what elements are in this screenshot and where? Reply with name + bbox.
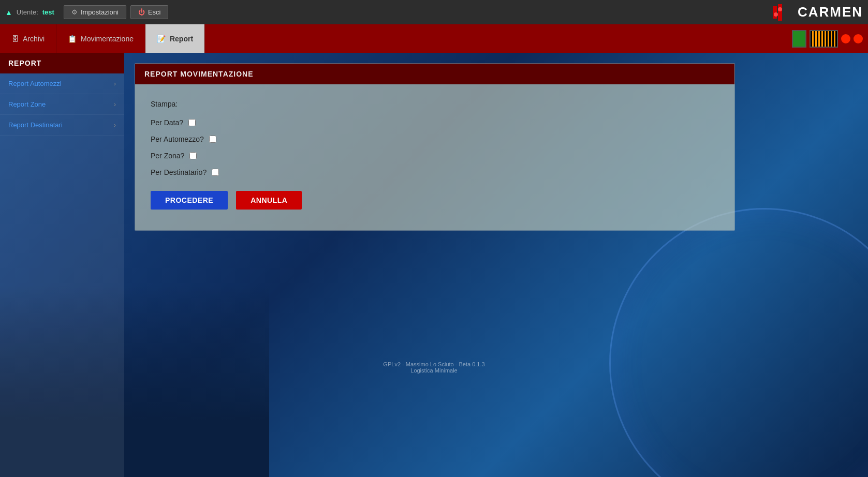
per-data-row: Per Data? — [151, 118, 719, 127]
action-buttons: PROCEDERE ANNULLA — [151, 191, 719, 210]
sidebar-item-label-automezzi: Report Automezzi — [8, 80, 62, 87]
stampa-label: Stampa: — [151, 100, 719, 108]
per-zona-label: Per Zona? — [151, 152, 184, 160]
tab-movimentazione[interactable]: 📋 Movimentazione — [56, 24, 145, 53]
per-zona-row: Per Zona? — [151, 152, 719, 160]
archivi-icon: 🗄 — [11, 35, 19, 43]
sidebar-item-report-automezzi[interactable]: Report Automezzi › — [0, 73, 124, 94]
brand: CARMEN — [773, 4, 863, 21]
movimentazione-icon: 📋 — [68, 35, 77, 43]
procedere-button[interactable]: PROCEDERE — [151, 191, 228, 210]
user-label: Utente: — [17, 8, 38, 16]
per-data-checkbox[interactable] — [188, 119, 196, 126]
per-automezzo-checkbox[interactable] — [209, 136, 216, 143]
svg-point-2 — [774, 12, 778, 17]
per-destinatario-checkbox[interactable] — [212, 169, 219, 176]
impostazioni-button[interactable]: ⚙ Impostazioni — [64, 5, 126, 19]
tab-report[interactable]: 📝 Report — [145, 24, 205, 53]
gear-icon: ⚙ — [71, 8, 78, 16]
sidebar: REPORT Report Automezzi › Report Zone › … — [0, 53, 124, 477]
sidebar-item-label-destinatari: Report Destinatari — [8, 121, 63, 129]
green-box-icon — [792, 30, 806, 48]
report-movimentazione-box: REPORT MOVIMENTAZIONE Stampa: Per Data? … — [135, 63, 735, 231]
sidebar-item-report-zone[interactable]: Report Zone › — [0, 94, 124, 115]
sidebar-title: REPORT — [0, 53, 124, 73]
sidebar-item-report-destinatari[interactable]: Report Destinatari › — [0, 115, 124, 136]
red-dot-2 — [854, 34, 863, 43]
tab-archivi-label: Archivi — [23, 35, 45, 43]
chevron-right-icon-destinatari: › — [114, 122, 116, 129]
chevron-right-icon-automezzi: › — [114, 80, 116, 87]
per-destinatario-row: Per Destinatario? — [151, 168, 719, 176]
report-icon: 📝 — [157, 35, 166, 43]
sidebar-item-label-zone: Report Zone — [8, 100, 46, 108]
barcode-icon — [810, 30, 838, 48]
brand-name: CARMEN — [798, 4, 863, 20]
power-icon: ⏻ — [138, 8, 145, 16]
report-box-body: Stampa: Per Data? Per Automezzo? Per Zon… — [135, 84, 734, 230]
main-area: REPORT Report Automezzi › Report Zone › … — [0, 53, 868, 477]
tab-right-icons — [792, 24, 868, 53]
per-data-label: Per Data? — [151, 118, 183, 127]
per-automezzo-row: Per Automezzo? — [151, 135, 719, 143]
tab-bar: 🗄 Archivi 📋 Movimentazione 📝 Report — [0, 24, 868, 53]
svg-rect-0 — [773, 6, 777, 19]
esci-button[interactable]: ⏻ Esci — [130, 5, 169, 19]
brand-icon — [773, 4, 793, 21]
tab-movimentazione-label: Movimentazione — [81, 35, 134, 43]
top-bar: ▲ Utente: test ⚙ Impostazioni ⏻ Esci CAR… — [0, 0, 868, 24]
svg-point-3 — [778, 7, 782, 11]
per-destinatario-label: Per Destinatario? — [151, 168, 207, 176]
per-automezzo-label: Per Automezzo? — [151, 135, 204, 143]
report-box-header: REPORT MOVIMENTAZIONE — [135, 64, 734, 84]
per-zona-checkbox[interactable] — [189, 152, 197, 159]
chevron-right-icon-zone: › — [114, 101, 116, 108]
user-name: test — [42, 8, 54, 16]
svg-rect-1 — [778, 4, 782, 21]
user-icon: ▲ — [5, 8, 12, 17]
esci-label: Esci — [148, 8, 161, 16]
content-panel: REPORT MOVIMENTAZIONE Stampa: Per Data? … — [124, 53, 868, 477]
annulla-button[interactable]: ANNULLA — [236, 191, 302, 210]
tab-report-label: Report — [170, 35, 193, 43]
tab-archivi[interactable]: 🗄 Archivi — [0, 24, 56, 53]
red-dot-1 — [841, 34, 850, 43]
impostazioni-label: Impostazioni — [81, 8, 119, 16]
